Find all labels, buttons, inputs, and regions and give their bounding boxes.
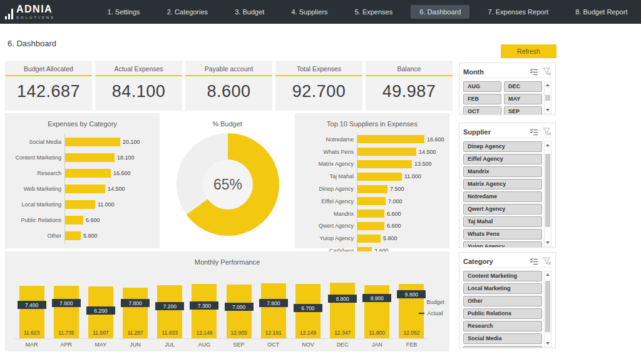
slicer-item-web-marketing[interactable]: Web Marketing: [463, 346, 542, 348]
slicer-item-eiffel-agency[interactable]: Eiffel Agency: [463, 154, 542, 164]
kpi-value: 92.700: [275, 82, 362, 101]
kpi-label: Balance: [366, 65, 453, 73]
slicer-item-sep[interactable]: SEP: [504, 106, 542, 115]
scroll-up-icon[interactable]: [546, 144, 550, 146]
supplier-slicer-scrollbar[interactable]: [544, 141, 551, 246]
monthly-column: 12.3478.800: [326, 282, 360, 338]
clear-filter-icon[interactable]: [543, 257, 551, 265]
bar: [357, 148, 416, 156]
scroll-up-icon[interactable]: [546, 84, 550, 86]
kpi-card: Budget Allocated142.687: [5, 61, 92, 111]
slicer-item-mandrix[interactable]: Mandrix: [463, 166, 542, 177]
scroll-thumb[interactable]: [545, 95, 550, 101]
clear-filter-icon[interactable]: [543, 128, 551, 136]
monthly-column: 11.2877.800: [118, 282, 153, 338]
monthly-column: 12.0057.000: [222, 282, 256, 338]
chart-bar-row: Web Marketing14.500: [5, 181, 160, 196]
slicer-item-local-marketing[interactable]: Local Marketing: [463, 283, 542, 294]
tab-3-budget[interactable]: 3. Budget: [226, 5, 273, 19]
tab-7-expenses-report[interactable]: 7. Expenses Report: [479, 5, 558, 19]
slicer-item-taj-mahal[interactable]: Taj Mahal: [463, 216, 542, 227]
clear-filter-icon[interactable]: [543, 68, 551, 76]
bar-track: 6.600: [357, 208, 449, 220]
slicer-item-social-media[interactable]: Social Media: [463, 333, 542, 344]
bar-category-label: Local Marketing: [5, 201, 64, 208]
slicer-item-feb[interactable]: FEB: [463, 94, 501, 104]
slicer-item-yuiop-agency[interactable]: Yuiop Agency: [463, 241, 542, 248]
month-axis-label: JUL: [153, 341, 187, 348]
scroll-down-icon[interactable]: [546, 342, 550, 345]
slicer-item-research[interactable]: Research: [463, 321, 542, 331]
chart-legend: Budget Actual: [419, 299, 444, 321]
multiselect-icon[interactable]: [530, 258, 538, 265]
scroll-up-icon[interactable]: [546, 273, 550, 276]
slicer-item-dec[interactable]: DEC: [504, 81, 542, 92]
tab-5-expenses[interactable]: 5. Expenses: [346, 5, 402, 19]
tab-4-suppliers[interactable]: 4. Suppliers: [282, 5, 336, 19]
bar-category-label: Other: [5, 233, 64, 239]
bar-track: 11.000: [357, 170, 449, 183]
bar-category-label: Research: [5, 170, 64, 176]
chart-bar-row: Social Media20.100: [5, 134, 160, 149]
multiselect-icon[interactable]: [530, 68, 538, 76]
month-slicer-scrollbar[interactable]: [544, 81, 551, 114]
slicer-item-may[interactable]: MAY: [504, 94, 542, 104]
slicer-item-oct[interactable]: OCT: [463, 106, 501, 115]
slicer-item-notredame[interactable]: Notredame: [463, 191, 542, 202]
chart-title: Top 10 Suppliers in Expenses: [295, 113, 449, 128]
bar-value-label: 16.600: [427, 136, 444, 143]
actual-value-badge: 6.200: [86, 306, 115, 315]
scroll-down-icon[interactable]: [546, 109, 550, 111]
tab-8-budget-report[interactable]: 8. Budget Report: [567, 5, 636, 19]
month-axis-label: NOV: [290, 341, 325, 348]
tab-1-settings[interactable]: 1. Settings: [99, 5, 149, 19]
slicer-item-aug[interactable]: AUG: [463, 81, 501, 92]
bar-value-label: 13.500: [414, 161, 432, 167]
refresh-button[interactable]: Refresh: [501, 44, 556, 58]
slicer-item-other[interactable]: Other: [463, 296, 542, 306]
slicer-item-public-relations[interactable]: Public Relations: [463, 308, 542, 319]
adnia-logo: ADNIA SOLUTIONS: [5, 4, 86, 20]
scroll-thumb[interactable]: [545, 281, 550, 332]
bar-track: 7.000: [357, 195, 449, 208]
slicer-item-content-marketing[interactable]: Content Marketing: [463, 271, 542, 281]
month-axis-label: FEB: [394, 341, 429, 348]
slicer-item-matrix-agency[interactable]: Matrix Agency: [463, 179, 542, 190]
scroll-thumb[interactable]: [545, 154, 550, 227]
kpi-value: 142.687: [5, 82, 92, 101]
kpi-value: 8.600: [185, 82, 272, 101]
month-axis-label: MAR: [14, 341, 49, 348]
actual-value-badge: 8.900: [362, 294, 391, 302]
bar-category-label: Notredame: [295, 136, 357, 143]
bar-value-label: 6.600: [86, 217, 100, 223]
bar-track: 16.600: [64, 165, 160, 181]
budget-value-label: 11.623: [19, 330, 44, 336]
bar-category-label: Taj Mahal: [295, 173, 357, 179]
pct-budget-chart: % Budget 65%: [160, 113, 295, 248]
slicer-item-qwert-agency[interactable]: Qwert Agency: [463, 204, 542, 215]
bar-value-label: 6.600: [387, 223, 401, 229]
actual-value-badge: 7.200: [155, 302, 184, 310]
slicer-item-whats-pens[interactable]: Whats Pens: [463, 229, 542, 240]
scroll-down-icon[interactable]: [546, 241, 550, 244]
month-axis-label: MAY: [83, 341, 118, 348]
bar-track: 6.600: [64, 212, 160, 228]
chart-title: Monthly Performance: [5, 251, 449, 266]
multiselect-icon[interactable]: [530, 128, 538, 136]
category-slicer-scrollbar[interactable]: [544, 271, 551, 347]
chart-title: % Budget: [160, 113, 295, 128]
actual-value-badge: 8.800: [328, 295, 357, 303]
budget-value-label: 11.507: [88, 330, 113, 336]
bar: [357, 135, 424, 143]
budget-value-label: 12.005: [227, 330, 252, 336]
tab-2-categories[interactable]: 2. Categories: [158, 5, 217, 19]
bar-track: 20.100: [64, 134, 160, 149]
tab-6-dashboard[interactable]: 6. Dashboard: [411, 5, 469, 19]
bar: [65, 185, 105, 193]
bar-track: 16.600: [357, 133, 449, 146]
legend-budget-swatch: [419, 300, 424, 305]
bar-category-label: Eiffel Agency: [295, 198, 357, 205]
kpi-label: Budget Allocated: [5, 65, 92, 73]
slicer-item-dinep-agency[interactable]: Dinep Agency: [463, 141, 542, 152]
supplier-bars: Notredame16.600Whats Pens14.500Matrix Ag…: [295, 133, 449, 257]
